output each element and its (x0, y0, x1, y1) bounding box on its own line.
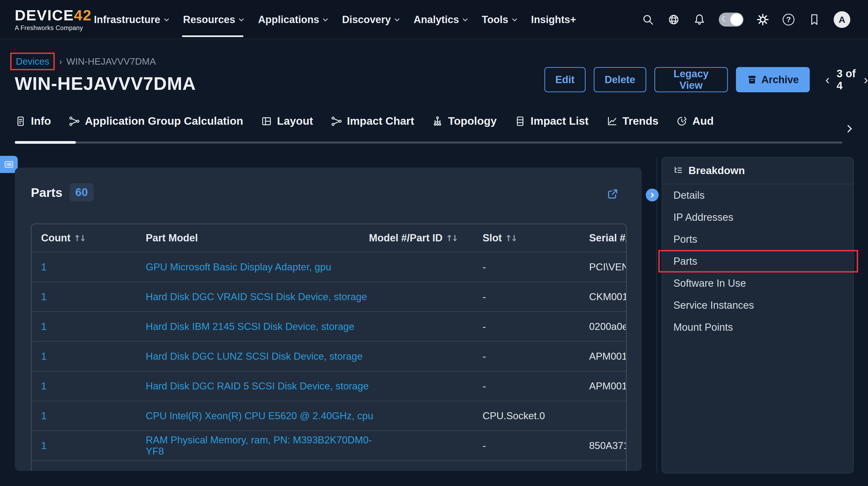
sort-arrows-icon[interactable]: ↑↓ (446, 233, 457, 243)
device-action-buttons: Edit Delete Legacy View Archive ‹ 3 of 4… (544, 67, 868, 92)
settings-gear-icon[interactable] (756, 13, 769, 26)
breadcrumb-highlight-box: Devices (10, 53, 55, 70)
user-avatar[interactable]: A (834, 11, 850, 28)
part-count-link[interactable]: 1 (32, 410, 146, 422)
nav-item-label: Infrastructure (94, 14, 160, 26)
serial-cell: CKM0016 (570, 291, 626, 302)
pager-label: 3 of 4 (837, 68, 857, 92)
active-tab-indicator (15, 141, 76, 144)
archive-icon (747, 74, 757, 85)
part-model-link[interactable]: Hard Disk DGC VRAID SCSI Disk Device, st… (146, 291, 377, 302)
part-model-link[interactable]: GPU Microsoft Basic Display Adapter, gpu (146, 261, 377, 273)
part-model-link[interactable]: CPU Intel(R) Xeon(R) CPU E5620 @ 2.40GHz… (146, 410, 377, 422)
tab-trends[interactable]: Trends (606, 115, 658, 127)
sidebar-item-ip-addresses[interactable]: IP Addresses (662, 206, 853, 228)
table-header-row: Count↑↓Part ModelModel #/Part ID↑↓Slot↑↓… (32, 224, 626, 252)
part-count-link[interactable]: 1 (32, 351, 146, 362)
parts-card-title: Parts (31, 185, 63, 200)
toggle-knob (730, 13, 743, 26)
part-model-link[interactable]: Hard Disk IBM 2145 SCSI Disk Device, sto… (146, 321, 377, 332)
part-count-link[interactable]: 1 (32, 440, 146, 451)
serial-cell: APM00125 (570, 351, 626, 362)
tab-layout[interactable]: Layout (261, 115, 313, 127)
search-icon[interactable] (642, 13, 654, 26)
breadcrumb-devices-link[interactable]: Devices (16, 56, 49, 66)
tab-aud[interactable]: Aud (676, 115, 714, 127)
trend-icon (606, 116, 618, 127)
tab-label: Impact List (531, 115, 589, 127)
nav-item-applications[interactable]: Applications (258, 0, 327, 39)
column-header-count[interactable]: Count↑↓ (32, 232, 146, 244)
tab-label: Impact Chart (347, 115, 414, 127)
edit-button[interactable]: Edit (544, 67, 586, 92)
archive-button[interactable]: Archive (736, 67, 810, 92)
breadcrumb-separator: › (59, 57, 62, 66)
part-count-link[interactable]: 1 (32, 321, 146, 332)
tab-label: Application Group Calculation (85, 115, 243, 127)
sidebar-item-label: Details (674, 190, 705, 201)
globe-icon[interactable] (667, 13, 680, 26)
sidebar-item-software-in-use[interactable]: Software In Use (662, 272, 853, 294)
tab-label: Trends (622, 115, 658, 127)
slot-cell: - (457, 440, 570, 451)
nav-item-resources[interactable]: Resources (183, 0, 242, 39)
sidebar-item-service-instances[interactable]: Service Instances (662, 294, 853, 316)
tab-track (15, 141, 842, 143)
part-model-link[interactable]: Hard Disk DGC LUNZ SCSI Disk Device, sto… (146, 351, 377, 362)
table-row: 1Hard Disk DGC LUNZ SCSI Disk Device, st… (32, 341, 626, 371)
sidebar-item-mount-points[interactable]: Mount Points (662, 316, 853, 338)
sort-arrows-icon[interactable]: ↑↓ (505, 233, 517, 243)
slot-cell: - (457, 381, 570, 392)
nav-item-insights[interactable]: Insights+ (531, 0, 576, 39)
tab-label: Topology (448, 115, 497, 127)
share-nodes-icon (69, 116, 80, 127)
pager-next-icon[interactable]: › (864, 73, 868, 86)
tab-impact-list[interactable]: Impact List (515, 115, 589, 127)
help-icon[interactable]: ? (782, 13, 795, 26)
sidebar-item-label: Service Instances (674, 300, 754, 311)
sidebar-item-details[interactable]: Details (662, 184, 853, 206)
sidebar-item-label: Software In Use (674, 278, 746, 289)
nav-item-label: Applications (258, 14, 319, 26)
nav-item-tools[interactable]: Tools (482, 0, 516, 39)
slot-cell: - (457, 261, 570, 273)
tabs-overflow-chevron-icon[interactable] (844, 125, 852, 132)
chevron-down-icon (395, 17, 399, 21)
device42-logo[interactable]: DEVICE42 A Freshworks Company (15, 6, 92, 32)
breadcrumb: Devices › WIN-HEJAVVV7DMA (10, 53, 156, 70)
part-count-link[interactable]: 1 (32, 381, 146, 392)
notifications-bell-icon[interactable] (693, 13, 706, 26)
column-header-slot[interactable]: Slot↑↓ (457, 232, 570, 244)
tab-application-group-calculation[interactable]: Application Group Calculation (69, 115, 243, 127)
table-row: 1CPU Intel(R) Xeon(R) CPU E5620 @ 2.40GH… (32, 401, 626, 430)
nav-item-analytics[interactable]: Analytics (413, 0, 466, 39)
layout-icon (261, 116, 272, 127)
nav-item-infrastructure[interactable]: Infrastructure (94, 0, 167, 39)
bookmark-icon[interactable] (808, 13, 821, 26)
part-count-link[interactable]: 1 (32, 261, 146, 273)
share-nodes-icon (331, 116, 342, 127)
slot-cell: - (457, 351, 570, 362)
sidebar-item-parts[interactable]: Parts (662, 250, 853, 272)
part-model-link[interactable]: Hard Disk DGC RAID 5 SCSI Disk Device, s… (146, 381, 377, 392)
dark-mode-toggle[interactable]: ☾ (719, 12, 743, 27)
breadcrumb-current: WIN-HEJAVVV7DMA (66, 56, 156, 67)
part-model-link[interactable]: RAM Physical Memory, ram, PN: M393B2K70D… (146, 434, 377, 457)
legacy-view-button[interactable]: Legacy View (654, 67, 728, 92)
column-header-model-part-id[interactable]: Model #/Part ID↑↓ (377, 232, 457, 244)
sort-arrows-icon[interactable]: ↑↓ (74, 233, 85, 243)
sidebar-item-ports[interactable]: Ports (662, 228, 853, 250)
open-parts-external-icon[interactable] (606, 188, 619, 200)
tab-impact-chart[interactable]: Impact Chart (331, 115, 414, 127)
collapse-sidebar-button[interactable] (646, 189, 659, 201)
nav-item-label: Insights+ (531, 14, 576, 26)
pager-prev-icon[interactable]: ‹ (825, 73, 830, 86)
part-count-link[interactable]: 1 (32, 291, 146, 302)
slot-cell: - (457, 291, 570, 302)
history-icon (676, 116, 687, 127)
delete-button[interactable]: Delete (594, 67, 646, 92)
sidebar-item-label: Parts (674, 256, 697, 267)
nav-item-discovery[interactable]: Discovery (342, 0, 398, 39)
tab-topology[interactable]: Topology (432, 115, 497, 127)
tab-info[interactable]: Info (15, 115, 51, 127)
